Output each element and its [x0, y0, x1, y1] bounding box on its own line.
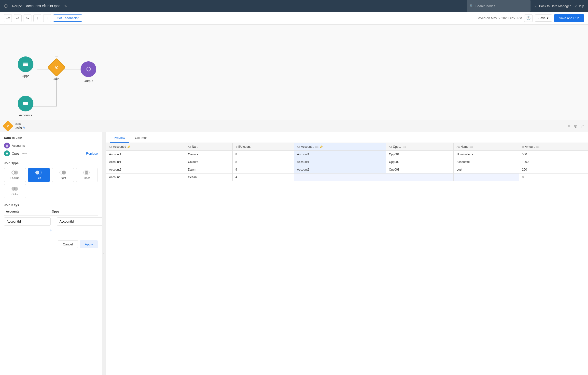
join-key-equals-0: = [53, 219, 55, 224]
output-node[interactable]: ⬡ Output [81, 61, 96, 83]
accounts-node[interactable]: Accounts [18, 96, 33, 117]
join-keys-header: Accounts Opps [4, 210, 98, 215]
table-row: Account1 Colours 8 Account1 Opp001 Illum… [106, 151, 588, 158]
join-key-right-0[interactable] [57, 217, 102, 226]
join-type-label: JOIN [15, 122, 26, 125]
preview-table: Aa AccountId 🔑 Aa Na... [106, 143, 588, 375]
accounts-node-label: Accounts [19, 113, 32, 117]
add-join-key-button[interactable]: + [4, 228, 98, 233]
cell-account2-1: Account1 [294, 158, 386, 166]
cell-accountid-0: Account1 [106, 151, 185, 158]
col-amou: ⊕ Amou... ∞∞ [519, 143, 588, 151]
join-key-left-0[interactable] [4, 217, 51, 226]
join-name-label: Join [15, 126, 22, 130]
help-link[interactable]: ? Help [575, 4, 584, 8]
opps-data-icon [4, 150, 10, 156]
save-button[interactable]: Save ▾ [535, 14, 552, 22]
join-node[interactable]: ··· ⊗ Join [49, 54, 64, 81]
join-type-section: Join Type Lookup [4, 161, 98, 198]
cell-bucount-0: 8 [232, 151, 294, 158]
back-arrow-icon: ← [534, 4, 538, 8]
save-dropdown-icon: ▾ [547, 16, 548, 20]
join-keys-section: Join Keys Accounts Opps = + [4, 203, 98, 233]
cell-accountid-1: Account1 [106, 158, 185, 166]
cell-na-2: Dawn [185, 166, 232, 174]
top-navigation: ⬡ Recipe AccountsLeftJoinOpps ✎ 🔍 ← Back… [0, 0, 588, 12]
join-node-menu[interactable]: ··· [55, 54, 58, 58]
join-type-icon: ⊗ [2, 121, 13, 132]
join-type-grid: Lookup Left [4, 168, 98, 198]
col-accountid: Aa AccountId 🔑 [106, 143, 185, 151]
col-na: Aa Na... [185, 143, 232, 151]
output-node-label: Output [84, 79, 93, 83]
collapse-handle[interactable]: ‹ [102, 132, 106, 375]
add-node-button[interactable]: +≡ [4, 14, 12, 22]
cell-oppl-2: Opp003 [386, 166, 453, 174]
col-oppl: Aa Oppl... ∞∞ [386, 143, 453, 151]
accounts-data-item[interactable]: Accounts [4, 143, 98, 148]
join-keys-opps-header: Opps [52, 210, 98, 213]
history-button[interactable]: 🕐 [524, 14, 533, 22]
wand-icon[interactable]: ✦ [567, 123, 571, 129]
opps-data-label: Opps [12, 152, 19, 155]
join-node-label: Join [54, 77, 59, 81]
undo-button[interactable]: ↩ [14, 14, 22, 22]
expand-icon[interactable]: ⤢ [580, 123, 584, 129]
back-to-data-manager-link[interactable]: ← Back to Data Manager [534, 4, 571, 8]
accounts-data-icon [4, 143, 10, 148]
recipe-label: Recipe [12, 4, 22, 8]
edit-workflow-name-icon[interactable]: ✎ [64, 4, 67, 8]
col-name: Aa Name ∞∞ [454, 143, 519, 151]
lookup-join-button[interactable]: Lookup [4, 168, 26, 182]
join-config-panel: Data to Join Accounts [0, 132, 102, 237]
opps-data-item[interactable]: Opps ∞∞ Replace [4, 150, 98, 156]
cell-amou-0: 500 [519, 151, 588, 158]
replace-opps-link[interactable]: Replace [86, 152, 98, 155]
inner-join-button[interactable]: Inner [76, 168, 98, 182]
table-row: Account2 Dawn 9 Account2 Opp003 Lost 250 [106, 166, 588, 174]
download-button[interactable]: ↓ [43, 14, 51, 22]
cell-account2-3 [294, 174, 386, 181]
table-row: Account3 Ocean 4 0 [106, 174, 588, 181]
cancel-button[interactable]: Cancel [58, 240, 78, 248]
redo-button[interactable]: ↪ [24, 14, 31, 22]
zoom-icon[interactable]: ⊕ [574, 123, 577, 129]
data-table: Aa AccountId 🔑 Aa Na... [106, 143, 588, 181]
opps-link-icons: ∞∞ [22, 152, 27, 155]
feedback-button[interactable]: Got Feedback? [53, 14, 82, 22]
upload-button[interactable]: ↑ [33, 14, 41, 22]
cell-name-0: Illuminations [454, 151, 519, 158]
app-logo-icon: ⬡ [4, 3, 8, 9]
join-type-label: Join Type [4, 161, 98, 165]
cell-name-1: Silhouette [454, 158, 519, 166]
cell-account2-0: Account1 [294, 151, 386, 158]
save-and-run-button[interactable]: Save and Run [554, 14, 584, 22]
search-box[interactable]: 🔍 [467, 0, 531, 12]
opps-node[interactable]: Opps [18, 56, 33, 78]
table-header-row: Aa AccountId 🔑 Aa Na... [106, 143, 588, 151]
cell-accountid-2: Account2 [106, 166, 185, 174]
tab-preview[interactable]: Preview [110, 134, 129, 143]
edit-join-name-icon[interactable]: ✎ [23, 126, 26, 130]
join-panel-header: ⊗ JOIN Join ✎ ✦ ⊕ ⤢ [0, 120, 588, 132]
apply-button[interactable]: Apply [80, 240, 98, 248]
right-join-button[interactable]: Right [52, 168, 74, 182]
cell-oppl-0: Opp001 [386, 151, 453, 158]
col-account2: Aa Account... ∞∞ 🔑 [294, 143, 386, 151]
tab-columns[interactable]: Columns [131, 134, 151, 143]
cell-oppl-3 [386, 174, 453, 181]
cell-amou-2: 250 [519, 166, 588, 174]
saved-timestamp: Saved on May 5, 2020, 6:50 PM [476, 16, 522, 20]
cell-amou-3: 0 [519, 174, 588, 181]
cell-accountid-3: Account3 [106, 174, 185, 181]
cell-na-3: Ocean [185, 174, 232, 181]
outer-join-button[interactable]: Outer [4, 184, 26, 198]
cell-amou-1: 1000 [519, 158, 588, 166]
workflow-name[interactable]: AccountsLeftJoinOpps [26, 4, 60, 8]
left-join-button[interactable]: Left [28, 168, 50, 182]
opps-node-label: Opps [22, 74, 29, 78]
cell-bucount-1: 8 [232, 158, 294, 166]
action-buttons: Cancel Apply [0, 237, 102, 251]
search-input[interactable] [476, 4, 528, 8]
data-to-join-label: Data to Join [4, 136, 98, 140]
